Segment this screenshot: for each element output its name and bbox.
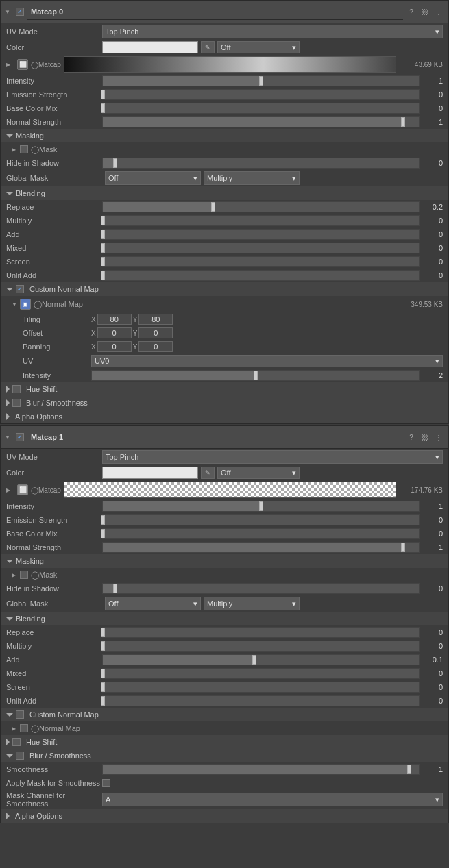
matcap0-uv-dropdown[interactable]: UV0 ▾ [91, 355, 443, 367]
matcap0-eyedropper[interactable]: ✎ [201, 41, 215, 53]
matcap0-uv-mode-dropdown[interactable]: Top Pinch ▾ [102, 25, 443, 38]
matcap1-hue-shift-header[interactable]: Hue Shift [1, 735, 448, 749]
matcap0-mask-expand[interactable]: ▶ [12, 147, 20, 153]
matcap1-base-color-slider[interactable] [102, 528, 420, 539]
matcap0-masking-header[interactable]: Masking [1, 129, 448, 142]
matcap0-custom-normal-checkbox[interactable] [16, 285, 24, 293]
matcap0-color-alpha-dropdown[interactable]: Off ▾ [217, 41, 300, 53]
matcap0-preview[interactable] [64, 56, 396, 73]
matcap0-intensity-control: 1 [102, 75, 443, 86]
matcap1-normal-map-expand[interactable]: ▶ [12, 726, 20, 732]
matcap1-mask-expand[interactable]: ▶ [12, 572, 20, 578]
matcap1-intensity-slider[interactable] [102, 501, 420, 512]
matcap0-screen-slider[interactable] [102, 256, 420, 267]
matcap0-texture-thumb[interactable]: ⬜ [17, 59, 28, 70]
matcap0-hue-shift-checkbox[interactable] [12, 385, 21, 393]
matcap1-add-slider[interactable] [102, 654, 420, 665]
matcap1-blending-header[interactable]: Blending [1, 612, 448, 625]
matcap1-color-alpha-dropdown[interactable]: Off ▾ [217, 467, 300, 479]
matcap1-collapse-arrow[interactable]: ▼ [5, 434, 13, 441]
matcap1-hide-shadow-slider[interactable] [102, 583, 420, 594]
matcap1-normal-strength-slider[interactable] [102, 542, 420, 553]
matcap1-apply-mask-checkbox[interactable] [102, 779, 110, 787]
matcap0-blending-header[interactable]: Blending [1, 186, 448, 200]
matcap1-smoothness-slider[interactable] [102, 764, 420, 775]
matcap1-custom-normal-checkbox[interactable] [16, 710, 24, 719]
matcap1-texture-expand[interactable]: ▶ [6, 487, 14, 493]
matcap1-texture-thumb[interactable]: ⬜ [17, 484, 28, 495]
matcap0-normal-strength-slider[interactable] [102, 116, 420, 127]
matcap0-normal-map-thumb[interactable]: ▣ [20, 299, 31, 310]
matcap1-eyedropper[interactable]: ✎ [201, 467, 215, 479]
matcap1-unlit-add-slider[interactable] [102, 695, 420, 706]
matcap1-screen-label: Screen [6, 683, 102, 691]
matcap0-offset-y[interactable] [138, 327, 173, 338]
matcap0-offset-x[interactable] [97, 327, 132, 338]
link-icon[interactable]: ⛓ [420, 6, 430, 17]
matcap0-blur-smoothness-checkbox[interactable] [12, 399, 21, 407]
matcap0-intensity-slider[interactable] [102, 75, 420, 86]
matcap1-normal-map-row: ▶ ◯Normal Map [1, 721, 448, 735]
matcap1-color-swatch[interactable] [102, 467, 198, 479]
matcap1-screen-slider[interactable] [102, 682, 420, 693]
matcap1-global-mask-right-dropdown[interactable]: Multiply ▾ [204, 597, 300, 610]
matcap1-mask-checkbox[interactable] [20, 571, 28, 579]
matcap0-custom-normal-header[interactable]: Custom Normal Map [1, 282, 448, 296]
matcap1-link-icon[interactable]: ⛓ [420, 432, 430, 443]
matcap0-tiling-control: X Y [91, 314, 173, 325]
matcap0-hue-shift-header[interactable]: Hue Shift [1, 382, 448, 396]
matcap1-global-mask-left-dropdown[interactable]: Off ▾ [105, 597, 201, 610]
matcap0-base-color-slider[interactable] [102, 103, 420, 114]
matcap0-texture-expand[interactable]: ▶ [6, 62, 14, 68]
matcap1-multiply-slider[interactable] [102, 641, 420, 652]
matcap0-panning-x[interactable] [97, 341, 132, 352]
matcap0-global-mask-left-dropdown[interactable]: Off ▾ [105, 171, 201, 185]
matcap1-help-icon[interactable]: ? [406, 432, 417, 443]
matcap1-normal-strength-label: Normal Strength [6, 543, 102, 551]
matcap1-mask-channel-dropdown[interactable]: A ▾ [102, 793, 443, 806]
matcap0-add-slider[interactable] [102, 229, 420, 240]
matcap0-tiling-x[interactable] [97, 314, 132, 325]
matcap0-emission-slider[interactable] [102, 89, 420, 100]
matcap0-nm-intensity-row: Intensity 2 [1, 369, 448, 382]
matcap0-mixed-slider[interactable] [102, 243, 420, 253]
matcap0-enable-checkbox[interactable] [16, 8, 24, 16]
matcap1-blur-smoothness-header[interactable]: Blur / Smoothness [1, 749, 448, 762]
matcap1-normal-strength-control: 1 [102, 542, 443, 553]
matcap0-global-mask-right-dropdown[interactable]: Multiply ▾ [204, 171, 300, 185]
matcap0-hide-shadow-slider[interactable] [102, 158, 420, 169]
matcap0-replace-slider[interactable] [102, 201, 420, 212]
matcap0-blur-smoothness-header[interactable]: Blur / Smoothness [1, 396, 448, 410]
matcap0-masking-title: Masking [16, 132, 44, 140]
matcap1-masking-header[interactable]: Masking [1, 554, 448, 568]
matcap0-header[interactable]: ▼ Matcap 0 ? ⛓ ⋮ [1, 1, 448, 23]
matcap1-alpha-options-header[interactable]: Alpha Options [1, 809, 448, 823]
matcap0-collapse-arrow[interactable]: ▼ [5, 9, 13, 15]
matcap1-hue-shift-checkbox[interactable] [12, 738, 21, 746]
matcap0-normal-map-expand[interactable]: ▼ [12, 301, 20, 308]
matcap0-nm-intensity-slider[interactable] [91, 370, 420, 381]
matcap1-uv-mode-dropdown[interactable]: Top Pinch ▾ [102, 450, 443, 464]
matcap0-panning-y[interactable] [138, 341, 173, 352]
matcap1-custom-normal-header[interactable]: Custom Normal Map [1, 708, 448, 721]
matcap1-mixed-slider[interactable] [102, 668, 420, 679]
matcap1-preview[interactable] [64, 482, 396, 498]
matcap1-menu-icon[interactable]: ⋮ [433, 432, 444, 443]
matcap1-blur-smoothness-checkbox[interactable] [16, 752, 24, 760]
matcap1-file-size: 174.76 KB [402, 486, 443, 494]
matcap0-unlit-add-slider[interactable] [102, 270, 420, 281]
matcap0-mask-checkbox[interactable] [20, 145, 28, 153]
matcap0-tiling-y[interactable] [138, 314, 173, 325]
matcap0-color-swatch[interactable] [102, 41, 198, 53]
matcap0-hue-shift-triangle [6, 386, 10, 393]
matcap1-enable-checkbox[interactable] [16, 433, 24, 441]
menu-icon[interactable]: ⋮ [433, 6, 444, 17]
matcap1-header[interactable]: ▼ Matcap 1 ? ⛓ ⋮ [1, 426, 448, 449]
matcap1-emission-slider[interactable] [102, 514, 420, 525]
matcap0-screen-control: 0 [102, 256, 443, 267]
help-icon[interactable]: ? [406, 6, 417, 17]
matcap0-multiply-slider[interactable] [102, 215, 420, 226]
matcap1-normal-map-checkbox[interactable] [20, 724, 28, 732]
matcap0-alpha-options-header[interactable]: Alpha Options [1, 410, 448, 423]
matcap1-replace-slider[interactable] [102, 627, 420, 638]
